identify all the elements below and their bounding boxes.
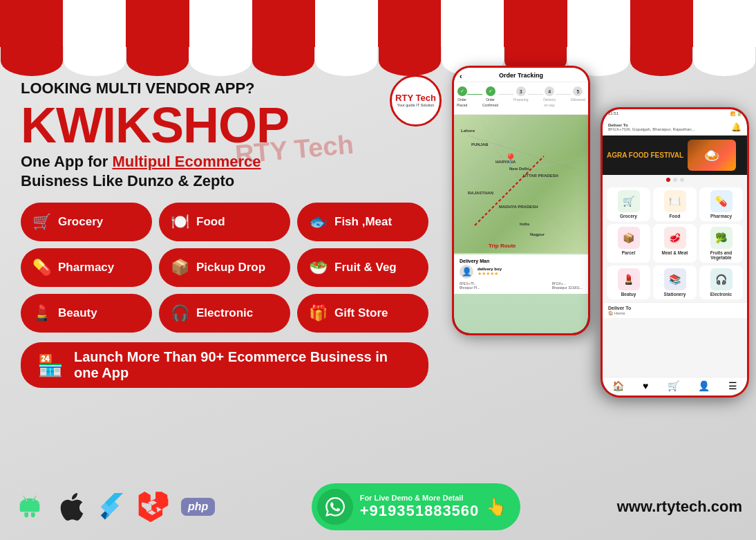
map-label-india: India bbox=[520, 222, 529, 226]
menu-icon: ☰ bbox=[728, 380, 737, 391]
cart-icon: 🛒 bbox=[668, 380, 679, 391]
launch-text: Launch More Than 90+ Ecommerce Business … bbox=[74, 349, 412, 381]
subheading: One App for Multipul Ecommerce bbox=[21, 153, 456, 171]
app-cat-meat-label: Meat & Meat bbox=[662, 250, 688, 255]
whatsapp-cta[interactable]: For Live Demo & More Detail +91935188356… bbox=[312, 483, 521, 530]
category-food[interactable]: 🍽️ Food bbox=[159, 203, 290, 241]
step-confirmed: ✓ bbox=[486, 86, 495, 96]
app-cat-parcel-icon: 📦 bbox=[618, 227, 640, 249]
pharmacy-icon: 💊 bbox=[32, 259, 51, 277]
app-cat-meat-icon: 🥩 bbox=[664, 227, 686, 249]
step-delivery: 4 bbox=[545, 86, 554, 96]
category-pharmacy[interactable]: 💊 Pharmacy bbox=[21, 248, 152, 287]
dot-3 bbox=[680, 178, 684, 182]
home-icon: 🏠 bbox=[612, 380, 624, 391]
electronic-icon: 🎧 bbox=[170, 304, 189, 322]
launch-banner: 🏪 Launch More Than 90+ Ecommerce Busines… bbox=[21, 342, 428, 388]
php-badge: php bbox=[181, 498, 215, 516]
festival-food-image: 🍛 bbox=[688, 140, 736, 171]
grocery-label: Grocery bbox=[58, 215, 103, 229]
location-header: Deliver To 8FGX+7GR, Gopalgah, Bharatpur… bbox=[603, 118, 747, 136]
laravel-icon bbox=[138, 492, 169, 522]
beauty-label: Beauty bbox=[58, 306, 97, 320]
gift-icon: 🎁 bbox=[308, 304, 328, 322]
app-cat-grocery[interactable]: 🛒 Grocery bbox=[607, 187, 650, 221]
whatsapp-number: +919351883560 bbox=[360, 502, 480, 520]
status-bar: 11:51 📶 🔋 bbox=[603, 109, 747, 118]
map-svg bbox=[454, 115, 588, 253]
php-icon: php bbox=[181, 498, 215, 516]
app-cat-beauty[interactable]: 💄 Beatuy bbox=[607, 266, 650, 299]
app-cat-grocery-label: Grocery bbox=[620, 214, 637, 218]
delivery-rating: ★★★★★ bbox=[478, 271, 502, 277]
app-cat-grocery-icon: 🛒 bbox=[618, 190, 640, 212]
app-cat-pharmacy-icon: 💊 bbox=[710, 190, 733, 212]
deliver-to-section: Deliver To 🏠 Home bbox=[603, 302, 747, 318]
app-cat-fruits[interactable]: 🥦 Fruits and Vegetable bbox=[699, 224, 743, 263]
website-url[interactable]: www.rtytech.com bbox=[617, 498, 742, 516]
beauty-icon: 💄 bbox=[32, 304, 51, 322]
nav-menu[interactable]: ☰ bbox=[728, 380, 737, 391]
grocery-icon: 🛒 bbox=[32, 213, 51, 231]
android-icon bbox=[14, 491, 46, 523]
category-gift[interactable]: 🎁 Gift Store bbox=[297, 294, 428, 333]
rty-logo-tagline: Your guide IT Solution bbox=[397, 103, 435, 108]
category-electronic[interactable]: 🎧 Electronic bbox=[159, 294, 290, 333]
heart-icon: ♥ bbox=[643, 380, 648, 391]
electronic-label: Electronic bbox=[196, 306, 253, 320]
festival-title: AGRA FOOD FESTIVAL bbox=[607, 151, 683, 159]
cursor-icon: 👆 bbox=[486, 497, 507, 516]
back-arrow-icon: ‹ bbox=[460, 72, 462, 80]
app-cat-stationery[interactable]: 📚 Stationery bbox=[653, 266, 697, 299]
app-cat-parcel[interactable]: 📦 Parcel bbox=[607, 224, 650, 263]
map-label-up: UTTAR PRADESH bbox=[523, 174, 558, 178]
category-beauty[interactable]: 💄 Beauty bbox=[21, 294, 152, 333]
app-cat-beauty-icon: 💄 bbox=[618, 268, 640, 290]
app-cat-pharmacy[interactable]: 💊 Pharmacy bbox=[699, 187, 743, 221]
phones-area: ‹ Order Tracking ✓ Order Placed ✓ Order … bbox=[452, 66, 749, 474]
fruit-label: Fruit & Veg bbox=[334, 261, 397, 274]
map-label-rajasthan: RAJASTHAN bbox=[468, 191, 493, 195]
app-cat-stationery-icon: 📚 bbox=[664, 268, 686, 290]
nav-cart[interactable]: 🛒 bbox=[668, 380, 679, 391]
map-label-punjab: PUNJAB bbox=[471, 142, 489, 147]
app-cat-electronic[interactable]: 🎧 Electronic bbox=[699, 266, 743, 299]
app-cat-food[interactable]: 🍽️ Food bbox=[653, 187, 697, 221]
category-pickup-drop[interactable]: 📦 Pickup Drop bbox=[159, 248, 290, 287]
tech-icons: php bbox=[14, 491, 215, 523]
whatsapp-icon bbox=[325, 497, 345, 516]
phone-home: 11:51 📶 🔋 Deliver To 8FGX+7GR, Gopalgah,… bbox=[601, 107, 749, 398]
svg-line-0 bbox=[468, 136, 578, 170]
dot-2 bbox=[673, 178, 677, 182]
fruit-icon: 🥗 bbox=[308, 259, 328, 277]
delivery-avatar: 👤 bbox=[460, 265, 473, 279]
category-grocery[interactable]: 🛒 Grocery bbox=[21, 203, 152, 241]
subheading-highlight: Multipul Ecommerce bbox=[112, 153, 261, 170]
pharmacy-label: Pharmacy bbox=[58, 261, 114, 274]
category-fruit-veg[interactable]: 🥗 Fruit & Veg bbox=[297, 248, 428, 287]
app-cat-electronic-icon: 🎧 bbox=[710, 268, 733, 290]
map-label-delhi: New Delhi bbox=[509, 167, 529, 171]
nav-heart[interactable]: ♥ bbox=[643, 380, 648, 391]
app-cat-meat[interactable]: 🥩 Meat & Meat bbox=[653, 224, 697, 263]
app-cat-fruits-icon: 🥦 bbox=[710, 227, 733, 249]
location-text: 8FGX+7GR, Gopalgah, Bharatpur, Rajasthan… bbox=[608, 127, 695, 131]
pickup-label: Pickup Drop bbox=[196, 261, 265, 274]
app-cat-pharmacy-label: Pharmacy bbox=[710, 214, 732, 218]
delivery-man-label: Delivery Man bbox=[460, 259, 583, 263]
map-label-lahore: Lahore bbox=[461, 129, 475, 133]
nav-user[interactable]: 👤 bbox=[698, 380, 710, 391]
left-panel: LOOKING MULTI VENDOR APP? KWIKSHOP One A… bbox=[21, 80, 456, 398]
map-pin-icon: 📍 bbox=[504, 153, 518, 166]
app-cat-beauty-label: Beatuy bbox=[621, 292, 636, 297]
dot-1 bbox=[666, 178, 670, 182]
whatsapp-circle bbox=[317, 489, 353, 525]
whatsapp-label: For Live Demo & More Detail bbox=[360, 494, 480, 502]
tracking-title: Order Tracking bbox=[499, 72, 543, 79]
fish-icon: 🐟 bbox=[308, 213, 328, 231]
user-icon: 👤 bbox=[698, 380, 710, 391]
nav-home[interactable]: 🏠 bbox=[612, 380, 624, 391]
category-fish-meat[interactable]: 🐟 Fish ,Meat bbox=[297, 203, 428, 241]
whatsapp-text: For Live Demo & More Detail +91935188356… bbox=[360, 494, 480, 520]
bottom-row: php For Live Demo & More Detail +9193518… bbox=[14, 483, 742, 530]
